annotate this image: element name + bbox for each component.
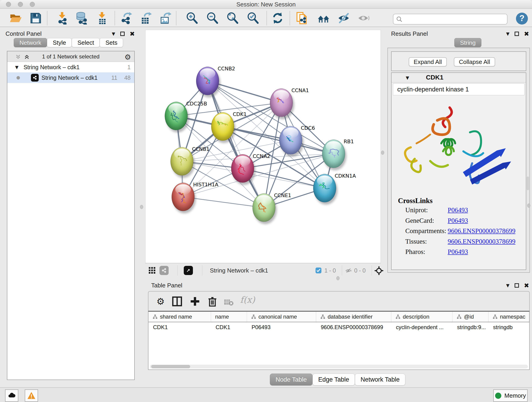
splitter-grip[interactable] — [381, 151, 384, 155]
network-node-CCNA2[interactable] — [231, 154, 254, 183]
network-row[interactable]: String Network – cdk1 11 48 — [7, 72, 134, 83]
tab-string[interactable]: String — [454, 38, 481, 47]
zoom-window-button[interactable] — [30, 2, 35, 7]
tab-style[interactable]: Style — [47, 38, 72, 47]
network-node-CDC25B[interactable] — [165, 102, 188, 130]
splitter-grip[interactable] — [140, 205, 143, 209]
cloud-button[interactable] — [5, 389, 18, 402]
panel-menu-icon[interactable]: ▼ — [112, 31, 115, 36]
column-header-description[interactable]: description — [391, 312, 452, 322]
birdseye-grid-icon[interactable] — [148, 267, 156, 275]
search-input[interactable] — [403, 16, 501, 22]
float-panel-icon[interactable] — [120, 32, 125, 36]
help-button[interactable]: ? — [516, 13, 528, 25]
table-cell[interactable]: CDK1 — [211, 322, 247, 332]
crosslink-value-link[interactable]: 9606.ENSP00000378699 — [448, 227, 515, 235]
export-network-icon[interactable] — [120, 12, 133, 25]
network-edge-CCNB2-CCNE1[interactable] — [208, 81, 264, 208]
network-node-CDK1[interactable] — [211, 112, 234, 141]
refresh-view-icon[interactable] — [271, 12, 284, 25]
table-cell[interactable]: P06493 — [247, 322, 316, 332]
table-cell[interactable]: stringdb:9... — [452, 322, 488, 332]
results-scrollbar-thumb[interactable] — [527, 177, 529, 190]
save-session-icon[interactable] — [29, 12, 42, 25]
zoom-out-icon[interactable] — [206, 12, 219, 25]
expand-all-button[interactable]: Expand All — [409, 57, 447, 66]
network-node-CCNE1[interactable] — [253, 193, 275, 222]
tab-select[interactable]: Select — [72, 38, 100, 47]
import-table-icon[interactable] — [95, 12, 108, 25]
network-edge-HIST1H1A-CCNE1[interactable] — [183, 197, 264, 208]
network-node-HIST1H1A[interactable] — [172, 183, 195, 211]
column-header-name[interactable]: name — [211, 312, 247, 322]
close-panel-icon[interactable]: ✖ — [130, 32, 135, 36]
import-network-file-icon[interactable] — [56, 12, 69, 25]
network-node-CCNB1[interactable] — [171, 147, 193, 176]
fit-selected-crosshair-icon[interactable] — [374, 266, 384, 276]
minimize-window-button[interactable] — [18, 2, 23, 7]
export-table-icon[interactable] — [140, 12, 152, 25]
table-cell[interactable]: 9606.ENSP00000378699 — [316, 322, 391, 332]
splitter-grip[interactable] — [336, 276, 340, 280]
column-header-database-identifier[interactable]: database identifier — [316, 312, 391, 322]
table-cell[interactable]: stringdb — [488, 322, 529, 332]
column-header-canonical-name[interactable]: canonical name — [247, 312, 316, 322]
network-node-CDC6[interactable] — [279, 126, 302, 154]
collection-expander-icon[interactable]: ▼ — [15, 65, 19, 70]
open-session-icon[interactable] — [9, 12, 22, 25]
hidden-eye-icon[interactable] — [345, 267, 352, 275]
network-node-RB1[interactable] — [322, 140, 345, 168]
table-cell[interactable]: cyclin-dependent ... — [391, 322, 452, 332]
memory-button[interactable]: Memory — [493, 389, 528, 402]
delete-column-icon[interactable] — [207, 296, 218, 307]
open-in-window-icon[interactable] — [184, 266, 193, 275]
splitter-grip[interactable] — [527, 204, 530, 208]
table-h-scrollbar[interactable] — [150, 365, 528, 369]
table-h-scrollbar-thumb[interactable] — [151, 365, 190, 368]
zoom-fit-icon[interactable] — [226, 12, 239, 25]
search-field[interactable] — [393, 14, 507, 25]
add-column-icon[interactable] — [189, 296, 201, 307]
table-cell[interactable]: CDK1 — [148, 322, 211, 332]
crosslink-value-link[interactable]: P06493 — [448, 206, 468, 214]
close-panel-icon[interactable]: ✖ — [524, 283, 529, 288]
close-panel-icon[interactable]: ✖ — [524, 32, 529, 36]
warning-button[interactable] — [25, 389, 38, 402]
hide-selected-icon[interactable] — [337, 12, 350, 25]
export-image-icon[interactable] — [159, 12, 172, 25]
tab-network[interactable]: Network — [14, 38, 47, 47]
network-edge-CDK1-RB1[interactable] — [223, 127, 334, 154]
close-window-button[interactable] — [6, 2, 11, 7]
network-node-CCNA1[interactable] — [270, 89, 293, 117]
column-header--id[interactable]: @id — [452, 312, 488, 322]
gene-section-header[interactable]: ▼ CDK1 — [392, 73, 526, 83]
network-collection-row[interactable]: ▼ String Network – cdk1 1 — [7, 62, 134, 72]
zoom-in-icon[interactable] — [186, 12, 198, 25]
selected-checkbox-icon[interactable] — [315, 267, 322, 274]
tab-node-table[interactable]: Node Table — [270, 374, 312, 385]
crosslink-value-link[interactable]: P06493 — [448, 248, 468, 255]
table-settings-gear-icon[interactable]: ⚙ — [155, 296, 166, 307]
crosslink-value-link[interactable]: 9606.ENSP00000378699 — [448, 238, 515, 245]
network-node-CCNB2[interactable] — [196, 67, 219, 95]
new-network-from-selection-icon[interactable] — [296, 12, 309, 25]
network-canvas[interactable]: CCNB2CCNA1CDC25BCDK1CDC6RB1CCNB1CCNA2CDK… — [145, 30, 381, 263]
network-node-CDKN1A[interactable] — [313, 174, 336, 202]
column-header-shared-name[interactable]: shared name — [148, 312, 211, 322]
section-expander-icon[interactable]: ▼ — [406, 75, 409, 80]
panel-menu-icon[interactable]: ▼ — [506, 283, 510, 288]
first-neighbors-icon[interactable] — [317, 12, 330, 25]
gear-icon[interactable]: ⚙ — [124, 53, 131, 61]
import-network-database-icon[interactable] — [75, 12, 88, 25]
show-columns-icon[interactable] — [171, 296, 183, 307]
tab-edge-table[interactable]: Edge Table — [312, 374, 355, 385]
float-panel-icon[interactable] — [515, 283, 519, 288]
tab-sets[interactable]: Sets — [100, 38, 123, 47]
tab-network-table[interactable]: Network Table — [355, 374, 405, 385]
column-header-namespac[interactable]: namespac — [488, 312, 529, 322]
crosslink-value-link[interactable]: P06493 — [448, 217, 468, 224]
collapse-all-button[interactable]: Collapse All — [454, 57, 495, 66]
panel-menu-icon[interactable]: ▼ — [506, 31, 510, 36]
zoom-selected-icon[interactable] — [247, 12, 259, 25]
table-row[interactable]: CDK1CDK1P064939606.ENSP00000378699cyclin… — [148, 322, 529, 332]
